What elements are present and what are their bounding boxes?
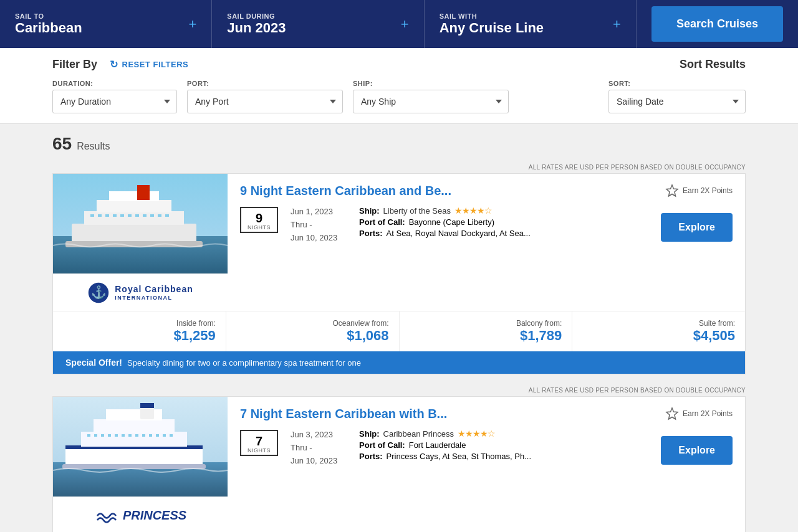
- sail-with-plus-icon: +: [613, 16, 621, 32]
- cruise-image-container-2: PRINCESS: [53, 397, 228, 532]
- svg-rect-15: [143, 214, 147, 217]
- ship-filter-group: SHIP: Any Ship: [353, 80, 509, 113]
- date-thru-1: Thru -: [291, 219, 347, 232]
- svg-rect-43: [163, 434, 166, 437]
- cruise-card-2: ALL RATES ARE USD PER PERSON BASED ON DO…: [52, 387, 746, 532]
- svg-rect-38: [128, 434, 132, 437]
- filter-bar: Filter By ↻ RESET FILTERS Sort Results D…: [0, 48, 798, 124]
- sail-with-selector[interactable]: SAIL WITH Any Cruise Line +: [425, 0, 637, 48]
- cruise-card-inner-2: PRINCESS 7 Night Eastern Caribbean with …: [52, 396, 746, 532]
- filter-controls: DURATION: Any Duration PORT: Any Port SH…: [52, 80, 746, 113]
- port-of-call-label-2: Port of Call:: [359, 440, 405, 450]
- sail-to-value: Caribbean: [15, 20, 82, 36]
- duration-select[interactable]: Any Duration: [52, 90, 177, 113]
- sail-during-plus-icon: +: [401, 16, 409, 32]
- svg-rect-6: [109, 191, 159, 201]
- cruise-details-2: 7 Night Eastern Caribbean with B... Earn…: [228, 397, 745, 532]
- cruise-prices-1: Inside from: $1,259 Oceanview from: $1,0…: [53, 311, 745, 351]
- svg-rect-37: [122, 434, 125, 437]
- ship-row-2: Ship: Caribbean Princess ★★★★☆: [359, 429, 531, 439]
- results-number: 65: [52, 134, 72, 154]
- svg-rect-18: [165, 214, 169, 217]
- cruise-card-inner-1: ⚓ Royal Caribbean INTERNATIONAL 9 Night …: [52, 173, 746, 374]
- svg-rect-17: [158, 214, 161, 217]
- svg-rect-33: [94, 434, 97, 437]
- svg-rect-34: [101, 434, 104, 437]
- port-row-1: Port of Call: Bayonne (Cape Liberty): [359, 217, 531, 227]
- sail-during-value: Jun 2023: [227, 20, 286, 36]
- nights-box-2: 7 NIGHTS: [240, 430, 278, 456]
- sail-with-label: SAIL WITH: [440, 12, 544, 20]
- princess-waves-icon: [94, 506, 119, 525]
- cruise-title-2[interactable]: 7 Night Eastern Caribbean with B...: [240, 407, 447, 421]
- svg-rect-41: [149, 434, 152, 437]
- port-select[interactable]: Any Port: [187, 90, 343, 113]
- inside-label-1: Inside from:: [63, 319, 216, 328]
- svg-rect-27: [81, 432, 187, 447]
- cruise-image-container-1: ⚓ Royal Caribbean INTERNATIONAL: [53, 174, 228, 311]
- suite-price-1: Suite from: $4,505: [572, 311, 745, 351]
- ship-row-1: Ship: Liberty of the Seas ★★★★☆: [359, 206, 531, 216]
- cruise-details-inner-2: 7 NIGHTS Jun 3, 2023 Thru - Jun 10, 2023: [240, 429, 733, 467]
- svg-rect-14: [135, 214, 139, 217]
- ports-label-1: Ports:: [359, 229, 383, 238]
- svg-rect-31: [140, 403, 154, 408]
- svg-rect-39: [135, 434, 138, 437]
- ship-label-2: Ship:: [359, 429, 380, 439]
- sort-results-label: Sort Results: [680, 58, 746, 71]
- svg-marker-21: [666, 185, 678, 196]
- results-area: 65 Results ALL RATES ARE USD PER PERSON …: [0, 124, 798, 532]
- cruise-title-1[interactable]: 9 Night Eastern Caribbean and Be...: [240, 184, 451, 198]
- sail-with-value: Any Cruise Line: [440, 20, 544, 36]
- filter-by-label: Filter By: [52, 58, 97, 71]
- svg-rect-2: [72, 224, 196, 242]
- date-end-1: Jun 10, 2023: [291, 232, 347, 245]
- oceanview-amount-1: $1,068: [236, 328, 389, 344]
- ship-name-1: Liberty of the Seas: [383, 206, 451, 216]
- svg-rect-36: [115, 434, 118, 437]
- svg-rect-13: [128, 214, 132, 217]
- sort-filter-group: SORT: Sailing Date: [608, 80, 746, 113]
- date-end-2: Jun 10, 2023: [291, 455, 347, 468]
- ship-select[interactable]: Any Ship: [353, 90, 509, 113]
- balcony-price-1: Balcony from: $1,789: [400, 311, 573, 351]
- port-label: PORT:: [187, 80, 343, 87]
- rate-note-2: ALL RATES ARE USD PER PERSON BASED ON DO…: [52, 387, 746, 394]
- explore-button-1[interactable]: Explore: [661, 213, 733, 242]
- top-navigation: SAIL TO Caribbean + SAIL DURING Jun 2023…: [0, 0, 798, 48]
- sail-to-plus-icon: +: [188, 16, 196, 32]
- svg-rect-12: [120, 214, 124, 217]
- svg-marker-45: [666, 408, 678, 419]
- cruise-image-2: [53, 397, 228, 496]
- nights-box-1: 9 NIGHTS: [240, 207, 278, 233]
- cruise-details-1: 9 Night Eastern Caribbean and Be... Earn…: [228, 174, 745, 311]
- ports-label-2: Ports:: [359, 452, 383, 461]
- ship-label: SHIP:: [353, 80, 509, 87]
- reset-filters-button[interactable]: ↻ RESET FILTERS: [110, 59, 188, 70]
- princess-logo-container: PRINCESS: [53, 496, 228, 532]
- cruise-image-1: [53, 174, 228, 273]
- cruise-title-row-2: 7 Night Eastern Caribbean with B... Earn…: [240, 407, 733, 421]
- explore-button-2[interactable]: Explore: [661, 436, 733, 465]
- suite-amount-1: $4,505: [582, 328, 735, 344]
- search-cruises-button[interactable]: Search Cruises: [651, 6, 783, 42]
- filter-header-left: Filter By ↻ RESET FILTERS: [52, 58, 188, 71]
- cruise-explore-area-2: Explore: [661, 429, 733, 467]
- earn-points-icon-1: [665, 184, 679, 197]
- results-label: Results: [77, 141, 110, 152]
- cruise-ship-info-1: Ship: Liberty of the Seas ★★★★☆ Port of …: [359, 206, 531, 238]
- sail-to-selector[interactable]: SAIL TO Caribbean +: [0, 0, 212, 48]
- cruise-ship-info-2: Ship: Caribbean Princess ★★★★☆ Port of C…: [359, 429, 531, 461]
- sort-label: SORT:: [608, 80, 746, 87]
- ports-row-2: Ports: Princess Cays, At Sea, St Thomas,…: [359, 452, 531, 461]
- sort-select[interactable]: Sailing Date: [608, 90, 746, 113]
- inside-price-1: Inside from: $1,259: [53, 311, 226, 351]
- rate-note-1: ALL RATES ARE USD PER PERSON BASED ON DO…: [52, 164, 746, 171]
- svg-rect-40: [142, 434, 145, 437]
- ports-2: Princess Cays, At Sea, St Thomas, Ph...: [387, 452, 531, 461]
- sail-during-selector[interactable]: SAIL DURING Jun 2023 +: [212, 0, 424, 48]
- princess-name: PRINCESS: [123, 508, 186, 523]
- svg-rect-9: [98, 214, 102, 217]
- svg-rect-42: [156, 434, 159, 437]
- cruise-title-row-1: 9 Night Eastern Caribbean and Be... Earn…: [240, 184, 733, 198]
